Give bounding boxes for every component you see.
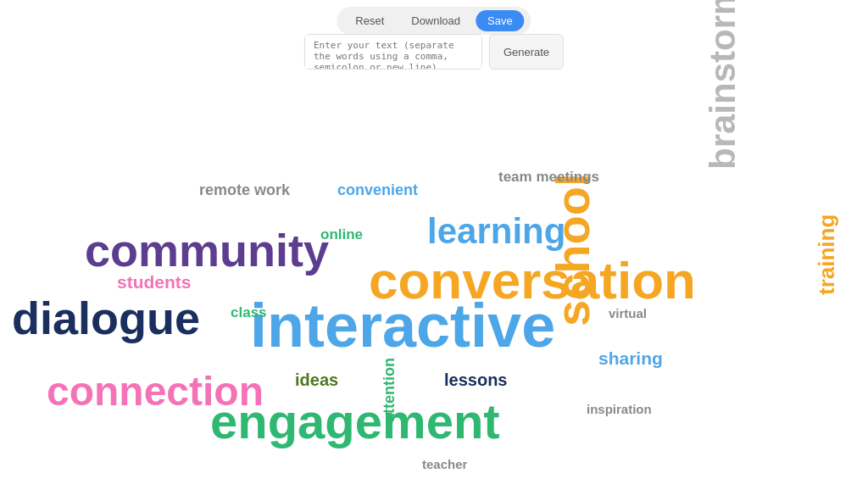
word-inspiration: inspiration [587, 403, 652, 415]
text-input[interactable] [304, 34, 482, 70]
word-learning: learning [427, 214, 565, 249]
word-virtual: virtual [609, 307, 647, 320]
word-community: community [85, 227, 329, 273]
reset-button[interactable]: Reset [343, 10, 396, 31]
word-attention: attention [381, 358, 397, 422]
toolbar: Reset Download Save [337, 7, 531, 35]
generate-button[interactable]: Generate [489, 34, 564, 70]
save-button[interactable]: Save [476, 10, 525, 31]
word-connection: connection [47, 371, 264, 412]
word-students: students [117, 273, 192, 291]
word-convenient: convenient [337, 182, 418, 198]
input-area: Generate [304, 34, 564, 70]
word-dialogue: dialogue [12, 295, 200, 341]
word-sharing: sharing [598, 349, 663, 367]
word-online: online [320, 227, 363, 242]
word-ideas: ideas [295, 371, 338, 388]
word-teacher: teacher [422, 458, 467, 471]
word-team-meetings: team meetings [498, 170, 599, 184]
download-button[interactable]: Download [399, 10, 472, 31]
wordcloud: interactiveconversationengagementcommuni… [0, 85, 868, 479]
word-training: training [815, 214, 837, 295]
word-remote-work: remote work [199, 182, 290, 198]
word-lessons: lessons [444, 371, 507, 388]
word-brainstorming: brainstorming [705, 0, 741, 170]
word-conversation: conversation [369, 254, 696, 307]
word-class: class [231, 305, 267, 320]
